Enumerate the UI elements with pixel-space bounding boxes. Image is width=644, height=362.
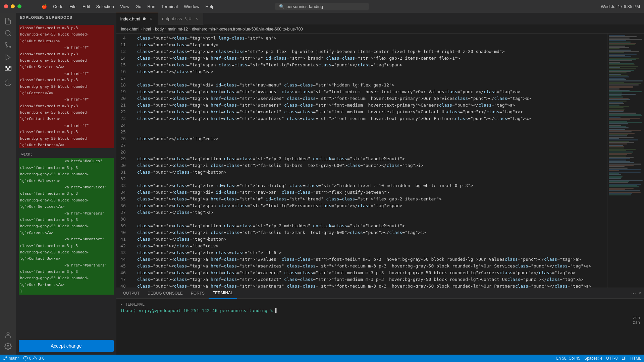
activity-icon-account[interactable] [2, 329, 14, 341]
warning-count: 3 [39, 356, 41, 361]
tab-label: output.css [162, 16, 182, 21]
activity-icon-source-control[interactable] [2, 40, 14, 51]
code-line: class="punc"><class="tag">html lang=clas… [135, 35, 607, 42]
svg-point-10 [7, 345, 9, 347]
panel-tab-debug[interactable]: DEBUG CONSOLE [144, 288, 187, 299]
activity-icon-ai[interactable] [2, 77, 14, 88]
code-line: class="punc"></class="tag">button> [135, 169, 607, 176]
bottom-panel: OUTPUT DEBUG CONSOLE PORTS TERMINAL ⋯ × … [116, 288, 644, 355]
minimize-button[interactable] [11, 4, 15, 8]
branch-icon [3, 356, 7, 361]
diff-added-line: class="font-medium m-3 p-3 [19, 217, 114, 223]
code-line: class="punc"><class="tag">nav class=clas… [135, 48, 607, 55]
panel-tab-ports[interactable]: PORTS [187, 288, 209, 299]
svg-point-3 [5, 43, 7, 45]
code-content[interactable]: class="punc"><class="tag">html lang=clas… [133, 34, 607, 288]
close-button[interactable] [4, 4, 8, 8]
diff-removed-line: lg">Careers</a> [19, 90, 114, 96]
diff-added-line: class="font-medium m-3 p-3 [19, 165, 114, 171]
tab-modified-dot [143, 17, 146, 20]
code-line: class="punc"><class="tag">span class=cla… [135, 202, 607, 209]
tab-close-index[interactable]: × [148, 16, 154, 21]
maximize-button[interactable] [17, 4, 21, 8]
code-line: class="punc"><class="tag">a href=class="… [135, 102, 607, 109]
code-line: class="punc"></class="tag">div> [135, 243, 607, 249]
diff-removed-line: class="font-medium m-3 p-3 [19, 25, 114, 31]
menu-view[interactable]: View [120, 4, 129, 9]
tab-output-css[interactable]: output.css 3, U × [158, 13, 204, 25]
menu-code[interactable]: Code [53, 4, 63, 9]
menu-go[interactable]: Go [136, 4, 141, 9]
menu-edit[interactable]: Edit [83, 4, 90, 9]
menu-window[interactable]: Window [184, 4, 199, 9]
breadcrumb-sep: › [141, 27, 142, 32]
tab-index-html[interactable]: index.html × [116, 13, 158, 25]
svg-point-9 [7, 332, 9, 335]
activity-icon-run[interactable] [2, 52, 14, 63]
menu-selection[interactable]: Selection [96, 4, 114, 9]
panel-close-icon[interactable]: × [639, 291, 641, 296]
activity-bar-bottom [2, 329, 14, 352]
panel-tabs: OUTPUT DEBUG CONSOLE PORTS TERMINAL ⋯ × [116, 288, 644, 299]
status-line-ending[interactable]: LF [622, 356, 626, 361]
search-bar[interactable]: 🔍 personnics-landing [275, 3, 369, 10]
code-line: class="punc"><class="tag">a href=class="… [135, 276, 607, 283]
line-numbers: 4111314151617181920212223242526272829303… [116, 34, 133, 288]
sidebar: EXPLORER: SUPERDOCS class="font-medium m… [16, 13, 116, 355]
code-line: class="punc"><class="tag">div id=class="… [135, 189, 607, 196]
diff-added-line: <a href="#contact" [19, 236, 114, 242]
diff-added-line: lg">Our Services</a> [19, 203, 114, 210]
code-line: class="punc"><class="tag">a href=class="… [135, 263, 607, 269]
code-line: class="punc"><class="tag">div id=class="… [135, 182, 607, 189]
diff-removed-line: hover:bg-gray-50 block rounded- [19, 83, 114, 90]
diff-added-line: <a href="#careers" [19, 210, 114, 217]
panel-tab-output[interactable]: OUTPUT [119, 288, 144, 299]
tab-close-output[interactable]: × [194, 16, 199, 21]
menu-run[interactable]: Run [147, 4, 155, 9]
code-line [135, 142, 607, 149]
code-line: class="punc"></class="tag">div> [135, 135, 607, 142]
code-line [135, 129, 607, 135]
menu-file[interactable]: File [69, 4, 76, 9]
activity-icon-search[interactable] [2, 27, 14, 39]
panel-tab-terminal[interactable]: TERMINAL [209, 288, 237, 299]
svg-rect-5 [5, 68, 7, 70]
svg-rect-7 [5, 66, 7, 68]
breadcrumb-main[interactable]: main.mt-12 [168, 27, 188, 32]
diff-added-line: class="font-medium m-3 p-3 [19, 243, 114, 249]
accept-change-button[interactable]: Accept change [19, 340, 114, 352]
panel-actions: ⋯ × [631, 291, 641, 296]
status-position[interactable]: Ln 58, Col 45 [556, 356, 580, 361]
status-branch[interactable]: main* [3, 356, 19, 361]
status-errors[interactable]: 0 3 0 [23, 356, 45, 361]
activity-icon-files[interactable] [2, 15, 14, 27]
svg-point-2 [9, 46, 11, 48]
error-icon [23, 356, 28, 361]
breadcrumb-hero[interactable]: div#hero.min-h-screen.from-blue-500.via-… [192, 27, 303, 32]
code-line: class="punc"><class="tag">button class=c… [135, 223, 607, 229]
code-line: class="punc"><class="tag">span class=cla… [135, 62, 607, 68]
breadcrumb-index[interactable]: index.html [121, 27, 140, 32]
code-line: class="punc"><class="tag">a href=class="… [135, 196, 607, 202]
status-encoding[interactable]: UTF-8 [606, 356, 618, 361]
breadcrumb-html[interactable]: html [143, 27, 151, 32]
status-spaces[interactable]: Spaces: 4 [584, 356, 602, 361]
status-right: Ln 58, Col 45 Spaces: 4 UTF-8 LF HTML [556, 356, 641, 361]
diff-removed-line: class="font-medium m-3 p-3 [19, 51, 114, 57]
menu-help[interactable]: Help [205, 4, 214, 9]
status-language[interactable]: HTML [630, 356, 641, 361]
breadcrumb-body[interactable]: body [155, 27, 164, 32]
code-line: class="punc"></class="tag">button> [135, 236, 607, 243]
breadcrumb-sep: › [152, 27, 154, 32]
svg-rect-6 [9, 68, 11, 70]
menu-apple[interactable]: 🍎 [42, 4, 47, 9]
diff-removed-line: hover:bg-gray-50 block rounded- [19, 57, 114, 64]
titlebar-center: 🔍 personnics-landing [275, 3, 369, 10]
breadcrumb-sep: › [189, 27, 191, 32]
code-line: class="punc"><class="tag">button class=c… [135, 156, 607, 162]
diff-added-line: lg">Our Values</a> [19, 178, 114, 184]
activity-icon-extensions[interactable] [2, 64, 14, 75]
menu-terminal[interactable]: Terminal [161, 4, 178, 9]
panel-more-icon[interactable]: ⋯ [631, 291, 636, 296]
activity-icon-settings[interactable] [2, 341, 14, 352]
